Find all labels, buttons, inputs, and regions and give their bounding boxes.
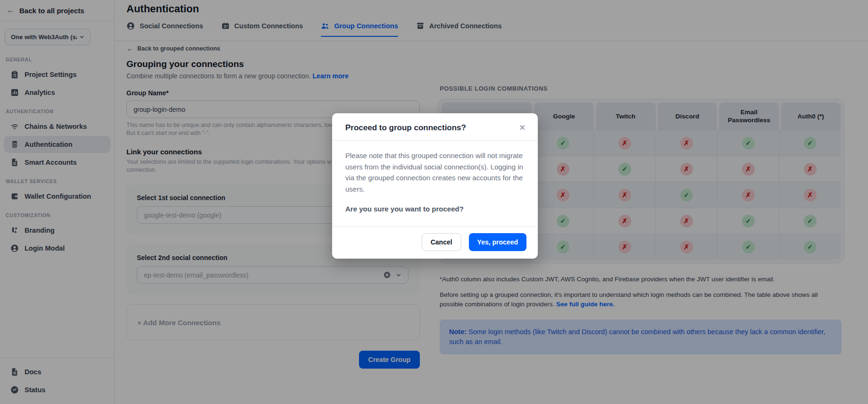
yes-proceed-button[interactable]: Yes, proceed [469, 233, 526, 251]
proceed-modal: Proceed to group connections? ✕ Please n… [332, 113, 538, 259]
cancel-button[interactable]: Cancel [422, 233, 461, 251]
close-icon[interactable]: ✕ [518, 123, 526, 133]
modal-body: Please note that this grouped connection… [332, 141, 538, 226]
modal-footer: Cancel Yes, proceed [332, 226, 538, 259]
modal-question: Are you sure you want to proceed? [345, 205, 525, 213]
modal-title: Proceed to group connections? [345, 123, 466, 133]
modal-header: Proceed to group connections? ✕ [332, 113, 538, 141]
modal-text: Please note that this grouped connection… [345, 150, 525, 194]
app-root: ← Back to all projects One with Web3Auth… [0, 0, 868, 404]
